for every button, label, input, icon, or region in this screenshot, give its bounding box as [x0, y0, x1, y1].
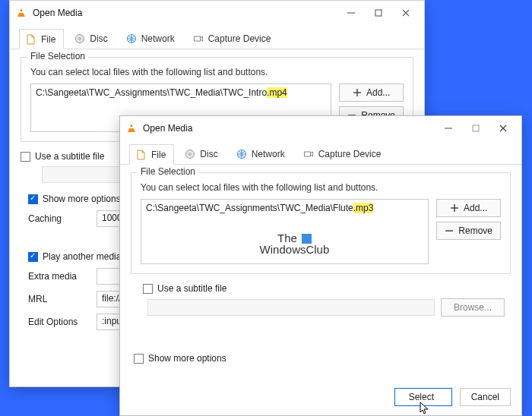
- tab-label: Capture Device: [318, 149, 382, 159]
- svg-point-16: [189, 153, 192, 156]
- subtitle-checkbox[interactable]: [21, 152, 30, 162]
- disc-icon: [74, 33, 85, 44]
- show-more-label: Show more options: [148, 353, 226, 364]
- tab-label: Disc: [200, 149, 217, 159]
- tab-capture[interactable]: Capture Device: [187, 28, 279, 49]
- caching-label: Caching: [28, 213, 97, 224]
- plus-icon: [353, 88, 362, 97]
- tab-label: Network: [141, 33, 175, 44]
- file-path-ext: .mp3: [353, 203, 374, 213]
- open-media-window-front: Open Media File Disc Network Capture Dev…: [119, 115, 522, 416]
- minimize-button[interactable]: [340, 2, 362, 24]
- add-button-label: Add...: [464, 203, 487, 213]
- tabs: File Disc Network Capture Device: [120, 140, 521, 165]
- vlc-icon: [16, 8, 27, 18]
- svg-rect-1: [375, 10, 382, 16]
- add-button-label: Add...: [366, 87, 390, 98]
- network-icon: [126, 33, 137, 44]
- tab-network[interactable]: Network: [230, 143, 293, 164]
- edit-options-label: Edit Options: [28, 317, 97, 327]
- maximize-button[interactable]: [368, 2, 389, 24]
- tab-file[interactable]: File: [19, 29, 64, 49]
- cancel-button-label: Cancel: [471, 392, 499, 402]
- add-button[interactable]: Add...: [339, 84, 404, 102]
- show-more-label: Show more options: [43, 194, 121, 204]
- maximize-button[interactable]: [465, 118, 486, 139]
- tab-file[interactable]: File: [129, 144, 174, 165]
- title-bar: Open Media: [120, 116, 521, 140]
- play-another-checkbox[interactable]: [28, 252, 38, 262]
- minus-icon: [445, 226, 454, 235]
- window-title: Open Media: [33, 8, 82, 18]
- file-selection-hint: You can select local files with the foll…: [141, 182, 501, 193]
- svg-rect-18: [304, 152, 310, 156]
- cancel-button[interactable]: Cancel: [460, 388, 511, 406]
- tab-label: File: [151, 150, 166, 160]
- tab-label: Network: [252, 149, 285, 159]
- capture-icon: [303, 149, 314, 159]
- tab-disc[interactable]: Disc: [179, 143, 225, 164]
- svg-point-5: [79, 38, 81, 40]
- select-button-label: Select: [409, 392, 434, 402]
- close-button[interactable]: [492, 118, 514, 139]
- mrl-label: MRL: [28, 294, 97, 304]
- disc-icon: [185, 149, 195, 159]
- remove-button[interactable]: Remove: [436, 222, 501, 240]
- subtitle-checkbox-label: Use a subtitle file: [157, 283, 226, 294]
- vlc-icon: [126, 123, 137, 134]
- tab-capture[interactable]: Capture Device: [297, 143, 389, 164]
- tab-disc[interactable]: Disc: [68, 28, 115, 49]
- file-icon: [136, 150, 147, 160]
- show-more-checkbox[interactable]: [28, 194, 38, 204]
- svg-rect-7: [194, 36, 200, 41]
- window-title: Open Media: [143, 123, 192, 134]
- close-button[interactable]: [395, 2, 416, 24]
- tab-label: Capture Device: [208, 33, 271, 44]
- subtitle-path-field: [147, 299, 435, 316]
- network-icon: [236, 149, 247, 159]
- tab-label: File: [41, 34, 55, 45]
- file-list[interactable]: C:\Sangeeta\TWC_Assignments\TWC_Media\Fl…: [141, 199, 429, 264]
- capture-icon: [193, 33, 204, 44]
- subtitle-checkbox[interactable]: [143, 284, 153, 294]
- plus-icon: [450, 203, 459, 213]
- svg-rect-12: [473, 125, 479, 131]
- remove-button-label: Remove: [458, 225, 492, 236]
- file-icon: [26, 34, 36, 45]
- title-bar: Open Media: [10, 1, 424, 25]
- file-path-prefix: C:\Sangeeta\TWC_Assignments\TWC_Media\TW…: [36, 87, 267, 98]
- file-selection-hint: You can select local files with the foll…: [30, 67, 404, 77]
- file-path-prefix: C:\Sangeeta\TWC_Assignments\TWC_Media\Fl…: [146, 203, 353, 213]
- tab-label: Disc: [90, 33, 107, 44]
- extra-media-label: Extra media: [28, 271, 97, 282]
- tab-network[interactable]: Network: [120, 28, 182, 49]
- browse-button-label: Browse...: [454, 302, 492, 313]
- select-button[interactable]: Select: [394, 388, 452, 406]
- groupbox-legend: File Selection: [27, 51, 88, 61]
- watermark: The WindowsClub: [260, 232, 330, 257]
- tabs: File Disc Network Capture Device: [10, 25, 424, 49]
- add-button[interactable]: Add...: [436, 199, 501, 217]
- file-selection-group: File Selection You can select local file…: [131, 172, 511, 274]
- browse-button[interactable]: Browse...: [441, 298, 505, 317]
- groupbox-legend: File Selection: [138, 166, 198, 177]
- show-more-checkbox[interactable]: [134, 354, 144, 364]
- file-path-ext: .mp4: [267, 87, 287, 98]
- subtitle-checkbox-label: Use a subtitle file: [35, 151, 104, 162]
- minimize-button[interactable]: [438, 118, 459, 139]
